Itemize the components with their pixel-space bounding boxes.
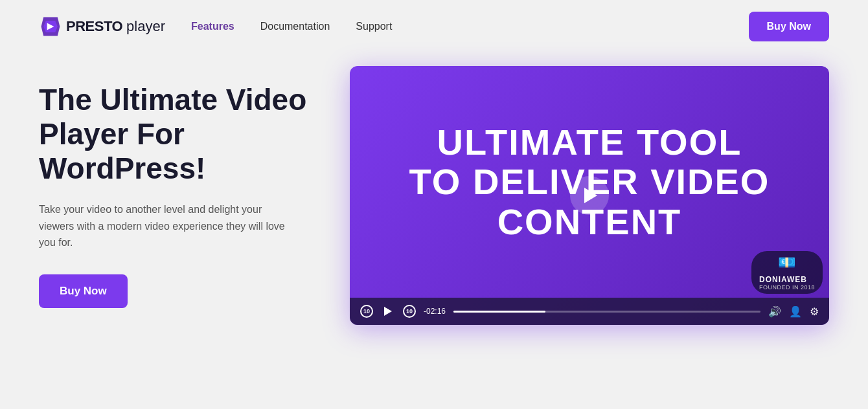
play-pause-button[interactable] [381,304,395,318]
logo[interactable]: PRESTO player [39,15,165,38]
nav-documentation[interactable]: Documentation [260,21,330,32]
header-left: PRESTO player Features Documentation Sup… [39,15,392,38]
hero-buy-now-button[interactable]: Buy Now [39,274,128,308]
main-content: The Ultimate Video Player For WordPress!… [0,53,868,351]
rewind-10-icon[interactable]: 10 [360,305,373,318]
video-progress-fill [453,311,545,313]
hero-title: The Ultimate Video Player For WordPress! [39,83,311,186]
doniaweb-name: DONIAWEB [759,275,807,284]
video-headline-line1: ULTIMATE TOOL [409,122,770,162]
main-nav: Features Documentation Support [191,21,392,32]
logo-text-player: player [126,18,165,35]
video-controls-bar: 10 10 -02:16 🔊 👤 ⚙ [350,298,829,325]
user-icon[interactable]: 👤 [789,305,802,318]
video-time: -02:16 [424,307,446,316]
settings-icon[interactable]: ⚙ [810,305,819,318]
logo-icon [39,15,62,38]
forward-10-icon[interactable]: 10 [403,305,416,318]
doniaweb-text-group: DONIAWEB FOUNDED IN 2018 [759,275,815,291]
video-progress-bar[interactable] [453,311,760,313]
video-player: ULTIMATE TOOL TO DELIVER VIDEO CONTENT 💶… [350,66,829,325]
nav-support[interactable]: Support [356,21,392,32]
hero-subtitle: Take your video to another level and del… [39,201,285,251]
logo-text-presto: PRESTO [66,18,122,35]
volume-icon[interactable]: 🔊 [768,305,781,318]
hero-section: The Ultimate Video Player For WordPress!… [39,83,311,307]
doniaweb-founded: FOUNDED IN 2018 [759,284,815,291]
nav-features[interactable]: Features [191,21,234,32]
doniaweb-badge: 💶 DONIAWEB FOUNDED IN 2018 [751,251,823,294]
header-buy-now-button[interactable]: Buy Now [749,12,829,41]
doniaweb-coin-icon: 💶 [778,254,795,271]
play-overlay-button[interactable] [570,176,609,215]
